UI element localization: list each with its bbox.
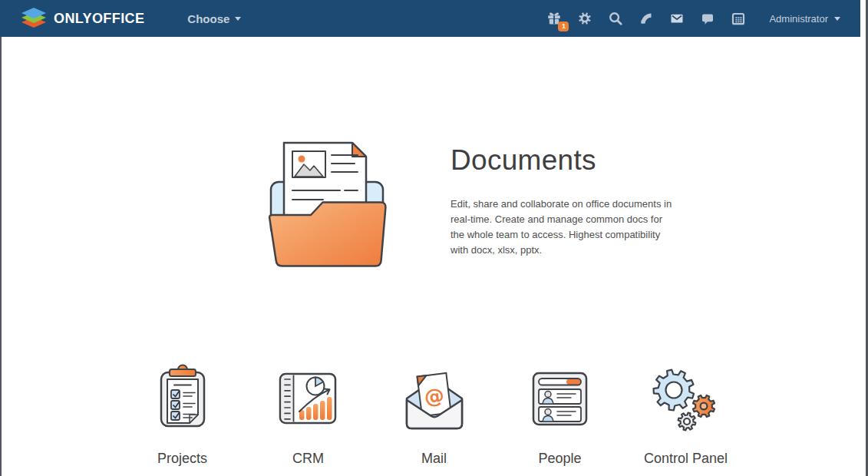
- mail-button[interactable]: [669, 11, 685, 26]
- chevron-down-icon: [235, 17, 241, 21]
- people-cards-icon: [523, 362, 596, 435]
- documents-hero: Documents Edit, share and collaborate on…: [265, 135, 681, 275]
- gear-icon: [577, 11, 592, 26]
- hero-description: Edit, share and collaborate on office do…: [451, 197, 681, 258]
- documents-folder-illustration[interactable]: [265, 135, 395, 275]
- top-navbar: ONLYOFFICE Choose 1: [0, 0, 860, 37]
- settings-button[interactable]: [577, 11, 592, 26]
- feed-icon: [639, 11, 654, 26]
- module-projects[interactable]: Projects: [120, 362, 246, 467]
- module-label: Projects: [157, 451, 207, 467]
- calendar-icon: [731, 11, 746, 26]
- module-control-panel[interactable]: Control Panel: [623, 362, 749, 467]
- at-symbol: @: [423, 384, 445, 409]
- projects-clipboard-icon: [146, 362, 219, 435]
- page-title[interactable]: Documents: [451, 144, 681, 177]
- module-label: Control Panel: [644, 451, 728, 467]
- user-name: Administrator: [769, 13, 828, 25]
- hero-text-block: Documents Edit, share and collaborate on…: [451, 135, 681, 275]
- search-button[interactable]: [608, 11, 623, 26]
- onlyoffice-logo[interactable]: ONLYOFFICE: [21, 7, 144, 30]
- hero-description-line: the whole team to access. Highest compat…: [451, 227, 681, 243]
- user-menu[interactable]: Administrator: [769, 13, 840, 25]
- module-label: CRM: [292, 451, 324, 467]
- navbar-actions: 1: [539, 11, 840, 26]
- mail-icon: [669, 11, 685, 26]
- mail-envelope-icon: @: [398, 362, 470, 435]
- module-mail[interactable]: @ Mail: [371, 362, 497, 467]
- crm-chart-icon: [272, 362, 345, 435]
- control-panel-gears-icon: [649, 362, 722, 435]
- modules-row: Projects CRM: [0, 362, 868, 467]
- chat-bubble-icon: [700, 11, 715, 26]
- hero-description-line: with docx, xlsx, pptx.: [451, 243, 681, 258]
- choose-dropdown[interactable]: Choose: [187, 12, 241, 25]
- hero-description-line: Edit, share and collaborate on office do…: [451, 197, 681, 212]
- calendar-button[interactable]: [731, 11, 746, 26]
- module-people[interactable]: People: [497, 362, 623, 467]
- notification-badge: 1: [558, 21, 569, 31]
- window-border-left: [0, 37, 2, 476]
- hero-description-line: real-time. Create and manage common docs…: [451, 212, 681, 227]
- feed-button[interactable]: [639, 11, 654, 26]
- module-label: Mail: [421, 451, 447, 467]
- search-icon: [608, 11, 623, 26]
- onlyoffice-layers-icon: [21, 7, 47, 30]
- chevron-down-icon: [834, 17, 840, 21]
- choose-label: Choose: [187, 12, 229, 25]
- talk-button[interactable]: [700, 11, 715, 26]
- gift-button[interactable]: 1: [546, 11, 562, 26]
- brand-name: ONLYOFFICE: [54, 11, 144, 27]
- module-crm[interactable]: CRM: [246, 362, 371, 467]
- module-label: People: [538, 451, 581, 467]
